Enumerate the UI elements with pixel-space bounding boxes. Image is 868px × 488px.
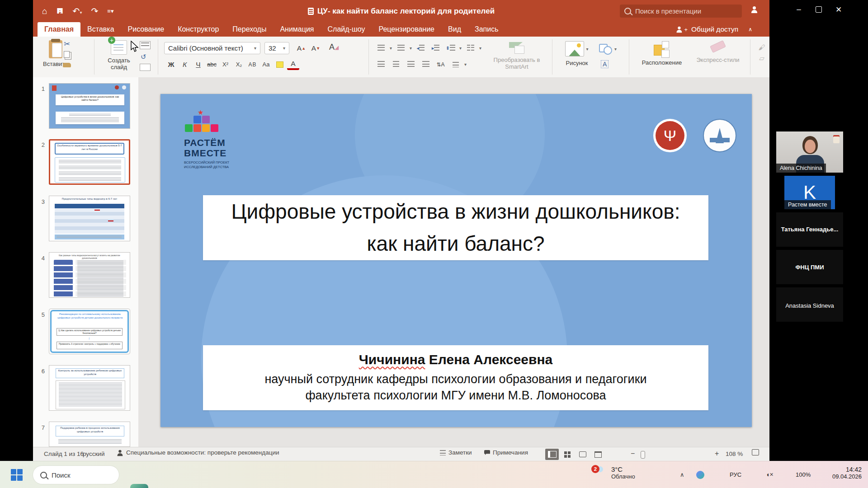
photos-app-icon[interactable] [130, 484, 148, 488]
slide-author-box[interactable]: Чичинина Елена Алексеевна научный сотруд… [203, 345, 708, 410]
font-color-button[interactable]: А [287, 59, 299, 70]
text-box-icon[interactable]: А [601, 60, 609, 68]
rastem-vmeste-logo: ★ РАСТЁМ ВМЕСТЕ ВСЕРОССИЙСКИЙ ПРОЕКТ ИСС… [184, 110, 229, 169]
align-right-button[interactable] [405, 58, 417, 70]
minimize-button[interactable]: – [789, 3, 809, 16]
clock-widget[interactable]: 14:42 09.04.2026 [819, 466, 862, 480]
picture-button[interactable]: ▾ Рисунок [561, 41, 593, 66]
strikethrough-button[interactable]: abc [206, 58, 218, 70]
justify-button[interactable] [420, 58, 432, 70]
increase-indent-button[interactable]: ▸ [429, 42, 442, 54]
zoom-slider-knob[interactable] [641, 451, 645, 459]
bullets-button[interactable] [375, 42, 387, 54]
close-button[interactable]: ✕ [829, 3, 849, 16]
tray-app-icon[interactable] [696, 471, 704, 479]
taskbar-search[interactable]: Поиск [33, 466, 119, 484]
slide-layout-icon[interactable] [140, 41, 151, 49]
thumbnail-slide-7[interactable]: Поддержка ребенка в процессе использован… [49, 422, 130, 447]
thumbnail-slide-1[interactable]: Цифровые устройства в жизни дошкольников… [49, 83, 130, 129]
save-icon[interactable]: 🖪 [56, 7, 63, 15]
italic-button[interactable]: К [179, 58, 191, 70]
tab-vstavka[interactable]: Вставка [80, 22, 121, 37]
tab-animaciya[interactable]: Анимация [273, 22, 321, 37]
volume-muted-icon[interactable]: ◖× [766, 471, 774, 478]
change-case-button[interactable]: Аа [260, 58, 272, 70]
accessibility-checker[interactable]: Специальные возможности: проверьте реком… [117, 449, 279, 456]
subscript-button[interactable]: X₂ [233, 58, 245, 70]
section-icon[interactable] [140, 64, 151, 71]
zoom-out-button[interactable]: − [631, 450, 635, 458]
numbering-button[interactable] [395, 42, 407, 54]
ribbon-extra-tools[interactable]: 🖌▱ [756, 42, 767, 64]
character-spacing-button[interactable]: АВ [246, 58, 259, 70]
convert-smartart-button[interactable]: Преобразовать в SmartArt [490, 42, 544, 70]
language-tray-indicator[interactable]: РУС [730, 471, 741, 478]
tab-zapis[interactable]: Запись [468, 22, 505, 37]
thumbnail-slide-2[interactable]: Особенности экранного времени дошкольник… [49, 139, 130, 185]
superscript-button[interactable]: X² [219, 58, 231, 70]
participant-tile-tatyana[interactable]: Татьяна Геннадье... [776, 212, 843, 247]
tab-risovanie[interactable]: Рисование [121, 22, 171, 37]
tab-recenzirovanie[interactable]: Рецензирование [372, 22, 441, 37]
participant-video-alena[interactable]: Alena Chichinina [776, 131, 843, 173]
format-painter-icon[interactable] [63, 63, 71, 67]
current-slide[interactable]: ★ РАСТЁМ ВМЕСТЕ ВСЕРОССИЙСКИЙ ПРОЕКТ ИСС… [160, 94, 752, 427]
copy-icon[interactable] [64, 51, 70, 58]
tray-expand-icon[interactable]: ∧ [680, 471, 684, 478]
align-text-button[interactable] [449, 58, 462, 70]
font-size-select[interactable]: 32▾ [264, 42, 289, 54]
thumbnail-slide-3[interactable]: Предпочтительные типы видеоигр в 6-7 лет [49, 196, 130, 241]
zoom-in-button[interactable]: + [715, 450, 719, 458]
participant-tile-fnc-pmi[interactable]: ФНЦ ПМИ [776, 250, 843, 284]
fit-to-window-button[interactable] [752, 449, 759, 455]
redo-icon[interactable]: ↷ [91, 6, 98, 16]
grow-font-button[interactable]: A▲ [295, 42, 307, 54]
underline-button[interactable]: Ч [192, 58, 204, 70]
decrease-indent-button[interactable]: ◂ [415, 42, 427, 54]
columns-button[interactable] [464, 42, 476, 54]
text-direction-button[interactable]: ⇅А [434, 58, 447, 70]
notes-button[interactable]: Заметки [440, 449, 472, 456]
font-name-select[interactable]: Calibri (Основной текст)▾ [164, 42, 260, 54]
home-icon[interactable]: ⌂ [42, 6, 47, 16]
reading-view-button[interactable] [576, 449, 590, 460]
share-button[interactable]: + Общий доступ ∧ [676, 22, 752, 37]
bold-button[interactable]: Ж [165, 58, 177, 70]
normal-view-button[interactable] [545, 449, 559, 460]
quick-styles-button[interactable]: Экспресс-стили [693, 43, 743, 63]
shapes-button[interactable]: ▾ [599, 43, 617, 55]
customize-qat-icon[interactable]: ≡▾ [107, 8, 113, 14]
slideshow-view-button[interactable] [591, 449, 605, 460]
participant-tile-rastem-vmeste[interactable]: K Растем вместе [784, 176, 835, 209]
tab-konstruktor[interactable]: Конструктор [171, 22, 226, 37]
shrink-font-button[interactable]: A▼ [310, 42, 322, 54]
tab-glavnaya[interactable]: Главная [38, 22, 80, 37]
reset-slide-icon[interactable]: ↺ [141, 53, 146, 61]
thumbnail-slide-6[interactable]: Контроль за использованием ребенком цифр… [49, 365, 130, 411]
thumbnail-slide-5[interactable]: Рекомендации по оптимальному использован… [49, 309, 130, 354]
start-button[interactable] [8, 466, 26, 484]
align-left-button[interactable] [375, 58, 387, 70]
tab-perehody[interactable]: Переходы [226, 22, 273, 37]
highlight-button[interactable] [274, 58, 286, 70]
arrange-button[interactable]: Расположение [635, 41, 689, 66]
search-input[interactable]: Поиск в презентации [620, 5, 742, 18]
clear-formatting-button[interactable]: A◢ [328, 41, 340, 53]
restore-button[interactable] [809, 3, 829, 16]
slide-title-box[interactable]: Цифровые устройства в жизни дошкольников… [203, 195, 708, 260]
tab-slideshow[interactable]: Слайд-шоу [321, 22, 372, 37]
participant-tile-anastasia[interactable]: Anastasia Sidneva [776, 287, 843, 322]
collapse-ribbon-icon[interactable]: ∧ [748, 26, 752, 33]
line-spacing-button[interactable]: ⇕ [444, 42, 457, 54]
participant-name-label: Alena Chichinina [776, 164, 826, 173]
slide-sorter-view-button[interactable] [561, 449, 574, 460]
language-indicator[interactable]: русский [83, 450, 104, 457]
tab-vid[interactable]: Вид [441, 22, 468, 37]
undo-icon[interactable]: ↶▾ [72, 6, 82, 16]
zoom-percentage[interactable]: 108 % [726, 450, 743, 457]
cut-icon[interactable]: ✂ [64, 39, 70, 49]
weather-widget[interactable]: 3°C Облачно [611, 465, 635, 480]
thumbnail-slide-4[interactable]: Как разные типы видеоконтента могут влия… [49, 252, 130, 298]
comments-button[interactable]: Примечания [484, 449, 528, 456]
align-center-button[interactable] [390, 58, 402, 70]
